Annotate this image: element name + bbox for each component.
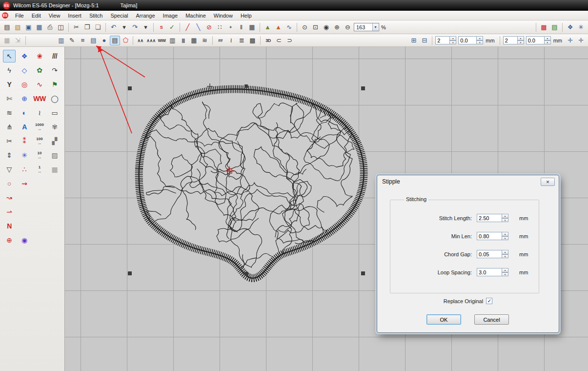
- min-len-stepper[interactable]: ▴▾: [477, 232, 508, 240]
- stitch-arrow-3-icon[interactable]: ⇀: [3, 206, 16, 218]
- guide-major-stepper[interactable]: ▴▾: [503, 36, 524, 44]
- pattern-stamp-icon[interactable]: ▞: [48, 135, 61, 147]
- show-rulers-icon[interactable]: ⇲: [13, 36, 23, 45]
- warp-icon[interactable]: ⊂: [274, 36, 284, 45]
- spin-up-icon[interactable]: ▴: [502, 250, 508, 254]
- title-bar[interactable]: ES Wilcom ES-65 Designer - [Mozg-5:1 Taj…: [0, 0, 588, 11]
- zoom-in-icon[interactable]: ⊕: [332, 22, 342, 32]
- loop-spacing-input[interactable]: [477, 268, 502, 276]
- spin-down-icon[interactable]: ▾: [477, 41, 483, 45]
- spin-down-icon[interactable]: ▾: [450, 41, 456, 45]
- dialog-title-bar[interactable]: Stipple: [377, 175, 559, 188]
- paste-icon[interactable]: ❏: [93, 22, 103, 32]
- undo-dropdown-icon[interactable]: ▾: [119, 22, 129, 32]
- preset-1-icon[interactable]: 1↔: [33, 163, 46, 176]
- fur-tool-icon[interactable]: ✾: [48, 121, 61, 133]
- guide-size-stepper[interactable]: ▴▾: [526, 36, 551, 44]
- document-icon[interactable]: ES: [2, 12, 8, 19]
- guide-size-input[interactable]: [526, 36, 545, 44]
- pan-move-icon[interactable]: ✛: [565, 36, 575, 45]
- spin-down-icon[interactable]: ▾: [502, 236, 508, 241]
- zigzag-tool-icon[interactable]: ≋: [3, 106, 16, 119]
- grid-size-input[interactable]: [458, 36, 477, 44]
- menu-view[interactable]: View: [45, 12, 64, 19]
- stamp-tool-icon[interactable]: ⊕: [18, 92, 31, 105]
- pair-tool-icon[interactable]: ⁑: [18, 135, 31, 147]
- doc-view-icon[interactable]: ▤: [88, 36, 99, 45]
- grid-major-stepper[interactable]: ▴▾: [435, 36, 456, 44]
- lettering-icon[interactable]: S: [156, 22, 166, 32]
- dots-tool-icon[interactable]: ∴: [18, 163, 31, 176]
- reshape-tool-icon[interactable]: ❖: [18, 50, 31, 62]
- wand-tool-icon[interactable]: Y: [3, 78, 16, 91]
- rectangle-tool-icon[interactable]: ▭: [48, 106, 61, 119]
- effects-icon[interactable]: ✳: [576, 22, 586, 32]
- bars-icon[interactable]: ‖: [236, 22, 246, 32]
- menu-window[interactable]: Window: [210, 12, 237, 19]
- preset-1000-icon[interactable]: 1000↔: [33, 121, 46, 133]
- spin-up-icon[interactable]: ▴: [502, 232, 508, 236]
- triple-run-icon[interactable]: ∧∧∧: [146, 36, 156, 45]
- chord-gap-input[interactable]: [477, 250, 502, 258]
- stipple-run-icon[interactable]: ≀: [226, 36, 236, 45]
- weft-icon[interactable]: ⊃: [284, 36, 295, 45]
- hatch-tool-icon[interactable]: ///: [48, 50, 61, 62]
- stipple-icon[interactable]: ▤: [110, 36, 120, 45]
- design-view-icon[interactable]: ▥: [56, 36, 66, 45]
- run-stitch-icon[interactable]: ∧∧: [135, 36, 145, 45]
- no-stitch-icon[interactable]: ⊘: [204, 22, 214, 32]
- circle-plus-icon[interactable]: ⊕: [3, 234, 16, 247]
- cross-stitch-icon[interactable]: ##: [215, 36, 225, 45]
- spin-up-icon[interactable]: ▴: [545, 36, 551, 41]
- menu-image[interactable]: Image: [159, 12, 182, 19]
- print-preview-icon[interactable]: ◫: [56, 22, 66, 32]
- zoom-1to1-icon[interactable]: ◉: [321, 22, 331, 32]
- spin-up-icon[interactable]: ▴: [502, 268, 508, 272]
- object-properties-icon[interactable]: ❖: [565, 22, 575, 32]
- flower-fill-icon[interactable]: ❀: [33, 50, 46, 62]
- target-tool-icon[interactable]: ◎: [18, 78, 31, 91]
- replace-original-checkbox[interactable]: [486, 298, 492, 304]
- wheel-tool-icon[interactable]: ✳: [18, 149, 31, 162]
- undo-icon[interactable]: ↶: [108, 22, 119, 32]
- menu-stitch[interactable]: Stitch: [85, 12, 107, 19]
- penetration-slash-icon[interactable]: ╱: [182, 22, 193, 32]
- redo-icon[interactable]: ↷: [130, 22, 140, 32]
- new-document-icon[interactable]: ▤: [2, 22, 12, 32]
- polygon-outline-icon[interactable]: ⬠: [121, 36, 131, 45]
- spin-down-icon[interactable]: ▾: [502, 218, 508, 223]
- stitch-length-input[interactable]: [477, 214, 502, 222]
- print-icon[interactable]: ⎙: [45, 22, 55, 32]
- grid-major-input[interactable]: [435, 36, 450, 44]
- motif-run-icon[interactable]: ≀: [33, 106, 46, 119]
- ring-tool-icon[interactable]: ○: [3, 177, 16, 190]
- menu-edit[interactable]: Edit: [28, 12, 45, 19]
- travel-slash-icon[interactable]: ╲: [193, 22, 203, 32]
- pencil-edit-icon[interactable]: ✎: [67, 36, 77, 45]
- zoom-box-icon[interactable]: ⊡: [310, 22, 321, 32]
- branch-tool-icon[interactable]: ⋔: [3, 121, 16, 133]
- preset-100-icon[interactable]: 100↔: [33, 135, 46, 147]
- chevron-down-icon[interactable]: ▾: [372, 23, 378, 31]
- grid-size-stepper[interactable]: ▴▾: [458, 36, 483, 44]
- close-icon[interactable]: ✕: [541, 178, 555, 186]
- pan-move-alt-icon[interactable]: ✛: [576, 36, 586, 45]
- dot-tool-icon[interactable]: ●: [99, 36, 109, 45]
- spin-up-icon[interactable]: ▴: [477, 36, 483, 41]
- menu-special[interactable]: Special: [106, 12, 132, 19]
- select-tool-icon[interactable]: ↖: [3, 50, 16, 62]
- knife-tool-icon[interactable]: ✄: [3, 92, 16, 105]
- curve-tool-icon[interactable]: ↷: [48, 64, 61, 77]
- flower-green-icon[interactable]: ✿: [33, 64, 46, 77]
- preset-10-icon[interactable]: 10↔: [33, 149, 46, 162]
- tatami-icon[interactable]: ▥: [167, 36, 178, 45]
- chord-gap-stepper[interactable]: ▴▾: [477, 250, 508, 258]
- menu-machine[interactable]: Machine: [182, 12, 210, 19]
- triangle-up-green-icon[interactable]: ▲: [263, 22, 273, 32]
- zoom-level-combo[interactable]: 163 ▾: [354, 23, 379, 31]
- triangle-up-orange-icon[interactable]: ▲: [273, 22, 284, 32]
- copy-icon[interactable]: ❐: [82, 22, 92, 32]
- zoom-out-icon[interactable]: ⊖: [343, 22, 353, 32]
- spin-up-icon[interactable]: ▴: [518, 36, 524, 41]
- show-grid-icon[interactable]: ▦: [2, 36, 12, 45]
